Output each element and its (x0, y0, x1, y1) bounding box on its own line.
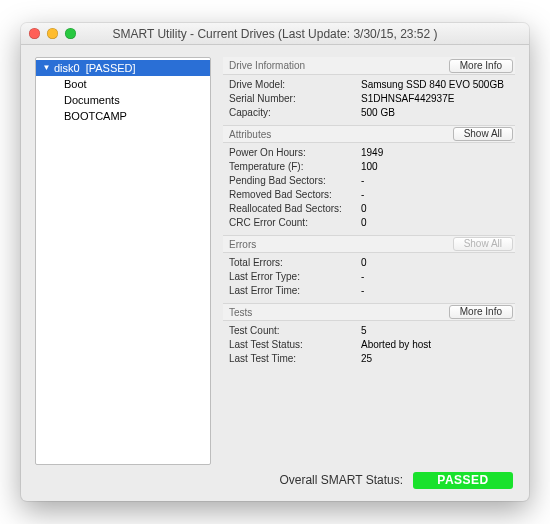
kv-val: 1949 (361, 147, 509, 158)
tree-partition[interactable]: BOOTCAMP (36, 108, 210, 124)
kv-row: Last Error Type:- (223, 269, 515, 283)
tree-root-disk0[interactable]: ▼ disk0 [PASSED] (36, 60, 210, 76)
section-title: Drive Information (229, 60, 305, 71)
kv-key: Last Test Time: (229, 353, 361, 364)
kv-key: Last Error Time: (229, 285, 361, 296)
section-title: Errors (229, 239, 256, 250)
kv-val: Aborted by host (361, 339, 509, 350)
kv-row: CRC Error Count:0 (223, 215, 515, 229)
kv-key: Temperature (F): (229, 161, 361, 172)
minimize-icon[interactable] (47, 28, 58, 39)
kv-row: Capacity:500 GB (223, 105, 515, 119)
kv-val: 5 (361, 325, 509, 336)
kv-row: Serial Number:S1DHNSAF442937E (223, 91, 515, 105)
kv-row: Drive Model:Samsung SSD 840 EVO 500GB (223, 77, 515, 91)
kv-row: Temperature (F):100 (223, 159, 515, 173)
kv-row: Reallocated Bad Sectors:0 (223, 201, 515, 215)
footer: Overall SMART Status: PASSED (21, 469, 529, 501)
kv-val: Samsung SSD 840 EVO 500GB (361, 79, 509, 90)
kv-key: Reallocated Bad Sectors: (229, 203, 361, 214)
kv-row: Total Errors:0 (223, 255, 515, 269)
disclosure-triangle-icon[interactable]: ▼ (42, 63, 51, 72)
kv-val: - (361, 189, 509, 200)
kv-key: Pending Bad Sectors: (229, 175, 361, 186)
kv-row: Pending Bad Sectors:- (223, 173, 515, 187)
more-info-button[interactable]: More Info (449, 59, 513, 73)
titlebar: SMART Utility - Current Drives (Last Upd… (21, 23, 529, 45)
drive-tree[interactable]: ▼ disk0 [PASSED] Boot Documents BOOTCAMP (35, 57, 211, 465)
drive-info-group: Drive Model:Samsung SSD 840 EVO 500GB Se… (223, 75, 515, 125)
errors-group: Total Errors:0 Last Error Type:- Last Er… (223, 253, 515, 303)
kv-row: Test Count:5 (223, 323, 515, 337)
tree-partition-label: BOOTCAMP (64, 110, 127, 122)
section-tests-header: Tests More Info (223, 303, 515, 321)
more-info-button[interactable]: More Info (449, 305, 513, 319)
window-controls (21, 28, 76, 39)
show-all-button-disabled: Show All (453, 237, 513, 251)
kv-row: Last Test Status:Aborted by host (223, 337, 515, 351)
kv-key: Test Count: (229, 325, 361, 336)
kv-key: Drive Model: (229, 79, 361, 90)
zoom-icon[interactable] (65, 28, 76, 39)
tree-root-name: disk0 (54, 62, 80, 74)
tree-root-status: [PASSED] (86, 62, 136, 74)
overall-status-label: Overall SMART Status: (279, 473, 403, 487)
detail-panel: Drive Information More Info Drive Model:… (223, 57, 515, 465)
kv-key: Capacity: (229, 107, 361, 118)
tree-partition-label: Boot (64, 78, 87, 90)
kv-val: 100 (361, 161, 509, 172)
attributes-group: Power On Hours:1949 Temperature (F):100 … (223, 143, 515, 235)
content-area: ▼ disk0 [PASSED] Boot Documents BOOTCAMP… (21, 45, 529, 469)
kv-key: Removed Bad Sectors: (229, 189, 361, 200)
kv-row: Last Test Time:25 (223, 351, 515, 365)
kv-val: - (361, 175, 509, 186)
overall-status-badge: PASSED (413, 472, 513, 489)
kv-val: 25 (361, 353, 509, 364)
kv-key: Total Errors: (229, 257, 361, 268)
kv-val: 0 (361, 257, 509, 268)
kv-row: Power On Hours:1949 (223, 145, 515, 159)
kv-key: Last Error Type: (229, 271, 361, 282)
kv-val: S1DHNSAF442937E (361, 93, 509, 104)
kv-val: 0 (361, 203, 509, 214)
kv-row: Last Error Time:- (223, 283, 515, 297)
section-drive-info-header: Drive Information More Info (223, 57, 515, 75)
tree-partition[interactable]: Documents (36, 92, 210, 108)
app-window: SMART Utility - Current Drives (Last Upd… (21, 23, 529, 501)
close-icon[interactable] (29, 28, 40, 39)
tests-group: Test Count:5 Last Test Status:Aborted by… (223, 321, 515, 371)
kv-val: - (361, 285, 509, 296)
kv-row: Removed Bad Sectors:- (223, 187, 515, 201)
kv-key: Power On Hours: (229, 147, 361, 158)
kv-val: 0 (361, 217, 509, 228)
tree-partition[interactable]: Boot (36, 76, 210, 92)
kv-val: - (361, 271, 509, 282)
show-all-button[interactable]: Show All (453, 127, 513, 141)
tree-partition-label: Documents (64, 94, 120, 106)
section-title: Tests (229, 307, 252, 318)
section-errors-header: Errors Show All (223, 235, 515, 253)
kv-val: 500 GB (361, 107, 509, 118)
section-title: Attributes (229, 129, 271, 140)
kv-key: CRC Error Count: (229, 217, 361, 228)
section-attributes-header: Attributes Show All (223, 125, 515, 143)
kv-key: Last Test Status: (229, 339, 361, 350)
kv-key: Serial Number: (229, 93, 361, 104)
window-title: SMART Utility - Current Drives (Last Upd… (21, 27, 529, 41)
